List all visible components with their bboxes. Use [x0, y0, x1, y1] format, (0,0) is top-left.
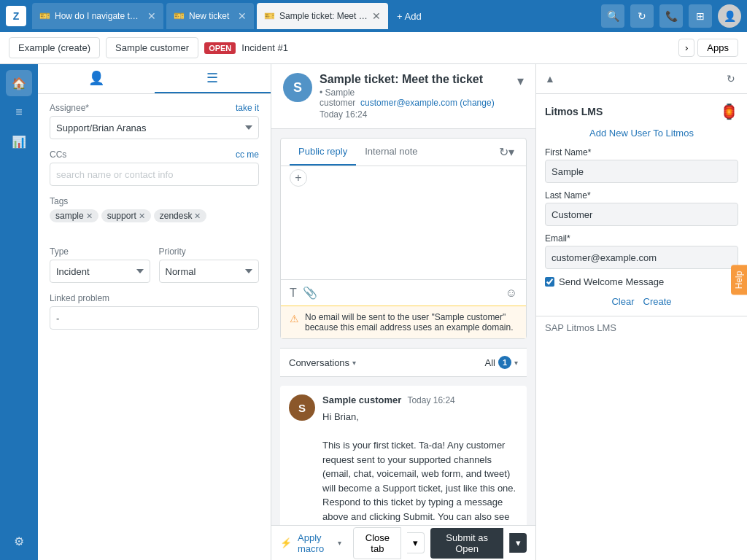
reply-box: Public reply Internal note ↻▾ + T 📎 ☺ ⚠ … — [280, 138, 527, 339]
emoji-icon[interactable]: ☺ — [506, 287, 517, 300]
sap-litmos-title: SAP Litmos LMS — [536, 316, 747, 339]
tags-label: Tags — [50, 196, 259, 206]
ticket-sub: • Sample customer customer@example.com (… — [320, 88, 510, 108]
internal-note-tab[interactable]: Internal note — [356, 139, 426, 166]
tab-1-close[interactable]: ✕ — [147, 10, 156, 22]
sidebar-tab-user[interactable]: 👤 — [38, 64, 155, 93]
add-tab-button[interactable]: + Add — [391, 11, 427, 22]
conversations-bar: Conversations ▾ All 1 ▾ — [280, 348, 527, 377]
all-chevron-icon: ▾ — [514, 359, 518, 367]
conversations-button[interactable]: Conversations ▾ — [289, 357, 356, 368]
ticket-title: Sample ticket: Meet the ticket — [320, 73, 510, 86]
last-name-input[interactable] — [545, 203, 738, 226]
reply-textarea[interactable] — [281, 190, 526, 277]
text-format-icon[interactable]: T — [290, 287, 297, 300]
user-avatar[interactable]: 👤 — [718, 4, 741, 28]
phone-icon[interactable]: 📞 — [659, 4, 683, 28]
tags-field-group: Tags sample ✕ support ✕ zendesk ✕ — [50, 196, 259, 236]
tag-input[interactable] — [50, 225, 108, 236]
sample-customer-button[interactable]: Sample customer — [106, 37, 198, 58]
refresh-panel-icon[interactable]: ↻ — [724, 70, 738, 88]
priority-select[interactable]: Normal Low High Urgent — [159, 260, 260, 283]
message-content: Sample customer Today 16:24 Hi Brian, Th… — [322, 394, 518, 525]
sub-nav-right: › Apps — [678, 39, 738, 57]
more-options-button[interactable]: › — [678, 39, 694, 57]
refresh-icon[interactable]: ↻ — [630, 4, 654, 28]
close-tab-chevron[interactable]: ▾ — [407, 532, 425, 553]
public-reply-tab[interactable]: Public reply — [290, 139, 356, 166]
tab-2-close[interactable]: ✕ — [238, 10, 247, 22]
cc-me-link[interactable]: cc me — [236, 149, 259, 160]
right-panel: ▲ ↻ Litmos LMS 🏮 Add New User To Litmos … — [535, 64, 747, 560]
litmos-icon: 🏮 — [720, 103, 738, 120]
tab-3-label: Sample ticket: Meet the ti... #1 — [279, 11, 368, 21]
create-button[interactable]: Create — [643, 296, 672, 307]
message-avatar: S — [289, 394, 315, 421]
type-priority-row: Type Incident Question Problem Task Prio… — [50, 246, 259, 283]
assignee-select[interactable]: Support/Brian Aranas — [50, 116, 259, 139]
linked-problem-input[interactable] — [50, 306, 259, 330]
conversations-chevron-icon: ▾ — [352, 359, 356, 367]
tab-1[interactable]: 🎫 How do I navigate through ... #3 ✕ — [32, 3, 163, 29]
tab-3[interactable]: 🎫 Sample ticket: Meet the ti... #1 ✕ — [257, 3, 388, 29]
bottom-bar: ⚡ Apply macro ▾ Close tab ▾ Submit as Op… — [271, 525, 535, 560]
nav-reports-icon[interactable]: 📊 — [6, 128, 32, 155]
change-link[interactable]: (change) — [460, 98, 494, 108]
take-it-link[interactable]: take it — [236, 103, 259, 113]
ticket-menu-button[interactable]: ▾ — [517, 73, 524, 89]
first-name-input[interactable] — [545, 160, 738, 183]
attach-icon[interactable]: 📎 — [303, 286, 317, 300]
message-sender: Sample customer — [322, 394, 401, 405]
add-user-link[interactable]: Add New User To Litmos — [545, 128, 738, 139]
global-nav: 🏠 ≡ 📊 ⚙ — [0, 64, 38, 560]
tag-sample-remove[interactable]: ✕ — [86, 211, 93, 221]
type-label: Type — [50, 246, 150, 257]
ticket-header: S Sample ticket: Meet the ticket • Sampl… — [271, 64, 535, 129]
right-panel-header: ▲ ↻ — [536, 64, 747, 94]
tab-3-icon: 🎫 — [264, 11, 275, 21]
ccs-input[interactable] — [50, 163, 259, 186]
email-input[interactable] — [545, 246, 738, 269]
litmos-section: Litmos LMS 🏮 Add New User To Litmos Firs… — [536, 94, 747, 316]
top-bar-actions: 🔍 ↻ 📞 ⊞ 👤 — [601, 4, 741, 28]
add-recipient-button[interactable]: + — [290, 169, 307, 187]
all-filter-button[interactable]: All 1 ▾ — [485, 356, 518, 369]
nav-settings-icon[interactable]: ⚙ — [6, 528, 32, 554]
apps-grid-icon[interactable]: ⊞ — [689, 4, 712, 28]
example-create-button[interactable]: Example (create) — [9, 37, 100, 58]
apps-button[interactable]: Apps — [697, 39, 738, 57]
type-field-group: Type Incident Question Problem Task — [50, 246, 150, 283]
litmos-title: Litmos LMS — [545, 106, 603, 117]
tab-3-close[interactable]: ✕ — [372, 10, 381, 22]
collapse-panel-icon[interactable]: ▲ — [545, 73, 555, 85]
send-welcome-row: Send Welcome Message — [545, 276, 738, 287]
tab-2[interactable]: 🎫 New ticket ✕ — [166, 3, 254, 29]
litmos-header: Litmos LMS 🏮 — [545, 103, 738, 120]
email-label: Email* — [545, 233, 738, 244]
reply-toolbar: T 📎 ☺ — [281, 279, 526, 306]
clear-button[interactable]: Clear — [611, 296, 634, 307]
reply-options-icon[interactable]: ↻▾ — [496, 142, 517, 162]
sidebar-tabs: 👤 ☰ — [38, 64, 271, 94]
tab-2-icon: 🎫 — [174, 11, 185, 21]
tag-zendesk-remove[interactable]: ✕ — [194, 211, 201, 221]
reply-tabs: Public reply Internal note ↻▾ — [281, 139, 526, 166]
help-button[interactable]: Help — [731, 265, 747, 295]
send-welcome-checkbox[interactable] — [545, 277, 554, 287]
all-label: All — [485, 357, 495, 368]
submit-chevron-button[interactable]: ▾ — [509, 533, 527, 553]
conversations-label: Conversations — [289, 357, 349, 368]
warning-icon: ⚠ — [290, 313, 299, 324]
type-select[interactable]: Incident Question Problem Task — [50, 260, 150, 283]
submit-as-open-button[interactable]: Submit as Open — [430, 528, 503, 559]
apply-macro-button[interactable]: Apply macro ▾ — [298, 532, 341, 554]
tag-support-remove[interactable]: ✕ — [139, 211, 145, 221]
app-logo: Z — [6, 6, 26, 26]
nav-tickets-icon[interactable]: ≡ — [6, 99, 32, 125]
tag-sample: sample ✕ — [50, 209, 98, 222]
sidebar-tab-properties[interactable]: ☰ — [155, 64, 271, 93]
nav-home-icon[interactable]: 🏠 — [6, 70, 32, 96]
ccs-label: CCs cc me — [50, 149, 259, 160]
close-tab-button[interactable]: Close tab — [353, 527, 401, 559]
search-icon[interactable]: 🔍 — [601, 4, 624, 28]
